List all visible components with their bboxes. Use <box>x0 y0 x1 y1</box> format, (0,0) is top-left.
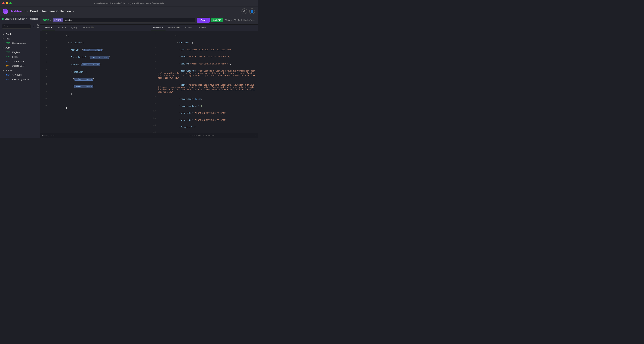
url-container: APIURL <box>52 18 196 23</box>
method-badge-put: PUT <box>5 65 11 67</box>
request-bar: POST ▾ APIURL Send 200 OK 78.4 ms 881 B … <box>40 16 258 25</box>
cookies-button[interactable]: Cookies <box>30 18 38 20</box>
tab-cookie[interactable]: Cookie <box>183 25 195 30</box>
method-badge-get: GET <box>5 74 11 76</box>
method-dropdown-icon: ▾ <box>50 19 51 22</box>
add-request-button[interactable]: ⊕ ▾ <box>36 23 40 29</box>
main-panel: POST ▾ APIURL Send 200 OK 78.4 ms 881 B … <box>40 16 258 138</box>
expand-arrow[interactable]: ▼ <box>66 35 67 37</box>
sidebar-item-label: New comment <box>12 42 26 45</box>
close-window-button[interactable] <box>2 2 4 4</box>
sidebar-item-label: Current User <box>12 60 24 63</box>
code-line: 5 "body": "Faker → Lorem", <box>40 61 149 69</box>
request-body-editor[interactable]: 1 ▼{ 2 ▼"article": { 3 <box>40 31 149 133</box>
method-selector[interactable]: POST ▾ <box>42 19 51 22</box>
maximize-window-button[interactable] <box>10 2 12 4</box>
env-dropdown-icon: ▾ <box>26 18 27 20</box>
tab-bearer[interactable]: Bearer ▾ <box>55 25 69 30</box>
code-line: 10 "createdAt": "2021-06-23T17:09:00.921… <box>149 110 258 117</box>
response-size: 881 B <box>234 19 240 22</box>
sidebar-item-all-articles[interactable]: GET All Articles <box>0 73 40 77</box>
request-bottom-bar: Beautify JSON <box>40 133 149 138</box>
code-line: 6 ▼"tagList": [ <box>40 69 149 76</box>
sidebar-item-new-comment[interactable]: POST New comment <box>0 41 40 46</box>
account-button[interactable]: 👤 <box>249 9 255 14</box>
filter-input[interactable] <box>2 24 31 29</box>
filter-row: ⇅ ⊕ ▾ <box>0 22 40 31</box>
code-line: 5 "title": "Dolor reiciendis quis possim… <box>149 61 258 68</box>
faker-tag-taglist-2[interactable]: Faker → Lorem <box>74 85 93 88</box>
tab-label: Header <box>83 26 90 29</box>
sidebar-item-register[interactable]: POST Register <box>0 50 40 55</box>
code-line: 3 "id": "f3141646-7910-4c93-8c61-7d311fc… <box>149 46 258 53</box>
faker-tag-taglist-1[interactable]: Faker → Lorem <box>74 78 93 81</box>
jsonpath-input[interactable]: $.store.books[*].author <box>189 134 215 137</box>
folder-icon: ▶ <box>3 47 4 49</box>
code-line: 7 "body": "Exercitationem provident aspe… <box>149 82 258 96</box>
sidebar-group-label: Test <box>6 38 10 40</box>
send-button[interactable]: Send <box>197 18 210 23</box>
tab-timeline[interactable]: Timeline <box>195 25 208 30</box>
code-line: 2 ▼"article": { <box>149 39 258 46</box>
settings-button[interactable]: ⚙ <box>242 9 247 14</box>
sidebar-group-conduit[interactable]: ▶ Conduit <box>0 32 40 37</box>
window-controls <box>2 2 12 4</box>
expand-arrow[interactable]: ▼ <box>71 71 72 73</box>
timestamp-dropdown-icon[interactable]: ▾ <box>254 19 255 21</box>
faker-tag-description[interactable]: Faker → Lorem <box>90 56 109 59</box>
tab-query[interactable]: Query <box>69 25 80 30</box>
tab-dropdown-icon: ▾ <box>65 26 66 29</box>
url-input[interactable] <box>63 18 196 22</box>
timestamp: 2 Months Ago ▾ <box>241 19 255 21</box>
response-bottom-bar: $.store.books[*].author ? <box>149 133 258 138</box>
code-line: 8 "favorited": false, <box>149 96 258 103</box>
breadcrumb: Dashboard / Conduit Insomnia Collection … <box>10 10 74 13</box>
response-tab-bar: Preview ▾ Header 12 Cookie Timeline <box>149 25 258 31</box>
sidebar-group-test[interactable]: ▶ Test <box>0 37 40 41</box>
sidebar-item-update-user[interactable]: PUT Update User <box>0 64 40 68</box>
code-line: 12 ▼"tagList": [ <box>149 124 258 131</box>
tab-header[interactable]: Header 1 <box>80 25 96 30</box>
faker-tag-title[interactable]: Faker → Lorem <box>83 49 102 51</box>
code-line: 4 "slug": "dolor-reiciendis-quis-possimu… <box>149 53 258 61</box>
beautify-json-button[interactable]: Beautify JSON <box>42 135 54 137</box>
status-badge: 200 OK <box>211 18 223 22</box>
url-prefix-tag[interactable]: APIURL <box>53 18 63 22</box>
env-status-dot <box>2 18 4 20</box>
titlebar: Insomnia – Conduit Insomnia Collection (… <box>0 0 258 7</box>
tab-json[interactable]: JSON ▾ <box>42 25 55 30</box>
sidebar-group-articles[interactable]: ▶ Articles <box>0 68 40 73</box>
sidebar-nav: ▶ Conduit ▶ Test POST New comment ▶ Auth… <box>0 31 40 138</box>
sidebar-item-login[interactable]: POST Login <box>0 55 40 59</box>
sidebar-group-auth[interactable]: ▶ Auth <box>0 46 40 50</box>
insomnia-logo <box>3 9 8 14</box>
code-line: 8 "Faker → Lorem" <box>40 83 149 90</box>
response-body-viewer: 1 ▼{ 2 ▼"article": { 3 <box>149 31 258 133</box>
code-line: 9 ] <box>40 90 149 97</box>
dashboard-link[interactable]: Dashboard <box>10 10 26 13</box>
window-title: Insomnia – Conduit Insomnia Collection (… <box>94 2 164 5</box>
sidebar: Local with skywalker ▾ Cookies ⇅ ⊕ ▾ ▶ C… <box>0 16 40 138</box>
response-time: 78.4 ms <box>224 19 232 22</box>
method-badge-post: POST <box>5 51 11 53</box>
code-line: 10 } <box>40 97 149 104</box>
collection-dropdown-icon[interactable]: ▾ <box>72 10 74 13</box>
header-right: ⚙ 👤 <box>242 9 255 14</box>
sort-button[interactable]: ⇅ <box>32 25 35 28</box>
faker-tag-body[interactable]: Faker → Lorem <box>82 64 100 66</box>
folder-icon: ▶ <box>3 69 4 72</box>
sidebar-item-current-user[interactable]: GET Current User <box>0 59 40 64</box>
main-layout: Local with skywalker ▾ Cookies ⇅ ⊕ ▾ ▶ C… <box>0 16 258 138</box>
minimize-window-button[interactable] <box>6 2 8 4</box>
tab-label: Bearer <box>58 26 64 29</box>
expand-arrow[interactable]: ▼ <box>68 42 69 44</box>
tab-preview[interactable]: Preview ▾ <box>150 25 166 30</box>
code-line: 4 "description": "Faker → Lorem", <box>40 54 149 61</box>
tab-response-header[interactable]: Header 12 <box>166 25 183 30</box>
code-line: 9 "favoritesCount": 0, <box>149 103 258 110</box>
environment-selector[interactable]: Local with skywalker ▾ <box>2 18 27 20</box>
sidebar-item-articles-by-author[interactable]: GET Articles by Author <box>0 77 40 82</box>
breadcrumb-separator: / <box>27 10 28 13</box>
content-area: JSON ▾ Bearer ▾ Query Header 1 <box>40 25 258 138</box>
help-icon[interactable]: ? <box>254 135 256 137</box>
